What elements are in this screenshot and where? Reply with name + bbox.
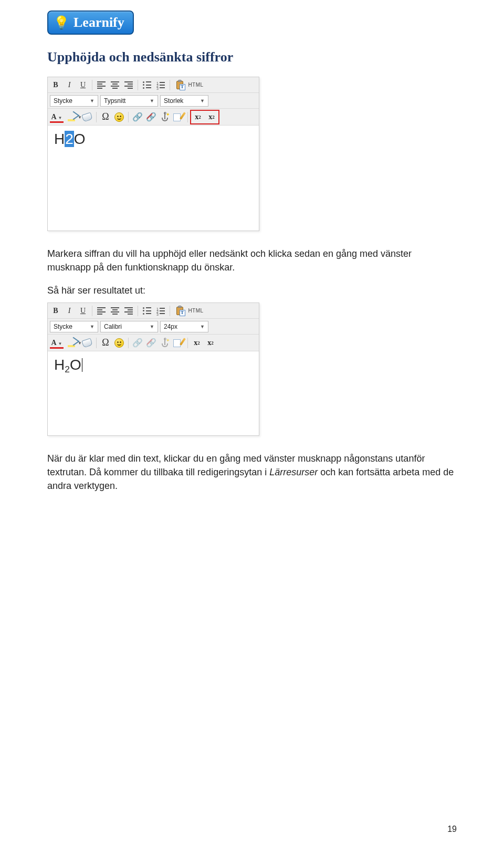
separator xyxy=(170,306,170,316)
italic-button[interactable]: I xyxy=(63,79,76,91)
font-size-select[interactable]: 24px ▼ xyxy=(160,321,208,332)
editor-content-area[interactable]: H2O xyxy=(48,126,259,231)
edit-doc-button[interactable] xyxy=(172,337,185,349)
unlink-button[interactable]: 🔗 xyxy=(145,111,158,123)
align-center-button[interactable] xyxy=(109,79,121,91)
paragraph3-emphasis: Lärresurser xyxy=(269,467,318,477)
align-left-button[interactable] xyxy=(95,79,108,91)
numbered-list-button[interactable]: 1 2 3 xyxy=(154,79,167,91)
html-button[interactable]: HTML xyxy=(188,79,203,91)
emoji-button[interactable] xyxy=(113,111,125,123)
smiley-icon xyxy=(114,112,124,122)
special-char-button[interactable]: Ω xyxy=(99,111,112,123)
paragraph-format-select[interactable]: Stycke ▼ xyxy=(50,95,98,107)
font-family-select[interactable]: Typsnitt ▼ xyxy=(100,95,158,107)
paste-icon: T xyxy=(175,306,185,316)
select-value: Calibri xyxy=(104,323,122,330)
chevron-down-icon: ▼ xyxy=(150,98,154,103)
separator xyxy=(138,306,138,316)
bold-button[interactable]: B xyxy=(49,305,62,317)
text-color-button[interactable]: A▼ xyxy=(49,337,64,349)
separator xyxy=(138,80,138,90)
select-value: Storlek xyxy=(164,97,183,105)
separator xyxy=(96,112,97,122)
highlight-button[interactable]: ▼ xyxy=(65,111,80,123)
highlight-button[interactable]: ▼ xyxy=(65,337,80,349)
editor-screenshot-after: B I U 1 2 3 xyxy=(47,303,259,436)
html-button[interactable]: HTML xyxy=(188,305,203,317)
select-value: 24px xyxy=(164,323,177,330)
underline-button[interactable]: U xyxy=(77,305,89,317)
select-value: Stycke xyxy=(54,323,72,330)
eraser-icon xyxy=(81,338,92,348)
link-button[interactable]: 🔗 xyxy=(131,111,144,123)
italic-button[interactable]: I xyxy=(63,305,76,317)
separator xyxy=(187,338,188,348)
text-cursor xyxy=(82,358,82,372)
chevron-down-icon: ▼ xyxy=(200,324,205,329)
separator xyxy=(128,112,129,122)
align-center-icon xyxy=(111,307,119,315)
chevron-down-icon: ▼ xyxy=(150,324,154,329)
font-family-select[interactable]: Calibri ▼ xyxy=(100,321,158,332)
subscript-button[interactable]: x2 xyxy=(205,111,218,123)
bold-button[interactable]: B xyxy=(49,79,62,91)
align-left-button[interactable] xyxy=(95,305,108,317)
anchor-button[interactable]: ✦ xyxy=(159,337,171,349)
eraser-icon xyxy=(81,112,92,122)
superscript-button[interactable]: x2 xyxy=(192,111,204,123)
numbered-list-icon: 1 2 3 xyxy=(156,81,165,89)
link-icon: 🔗 xyxy=(132,112,143,122)
toolbar-row-3: A▼ ▼ Ω 🔗 🔗 ✦ x2 xyxy=(48,109,259,126)
toolbar-row-1: B I U 1 2 3 xyxy=(48,303,259,319)
edit-doc-button[interactable] xyxy=(172,111,185,123)
eraser-button[interactable] xyxy=(81,337,93,349)
link-button[interactable]: 🔗 xyxy=(131,337,144,349)
highlight-icon: ▼ xyxy=(66,112,79,122)
align-left-icon xyxy=(97,81,106,89)
content-2-subscript: 2 xyxy=(65,364,70,374)
lightbulb-icon: 💡 xyxy=(54,16,69,29)
separator xyxy=(96,338,97,348)
special-char-button[interactable]: Ω xyxy=(99,337,112,349)
instruction-paragraph-2: Så här ser resultatet ut: xyxy=(47,284,457,297)
page-number: 19 xyxy=(447,825,457,834)
paste-button[interactable]: T xyxy=(173,79,187,91)
emoji-button[interactable] xyxy=(113,337,125,349)
bullet-list-button[interactable] xyxy=(141,305,153,317)
toolbar-row-2: Stycke ▼ Calibri ▼ 24px ▼ xyxy=(48,319,259,335)
link-icon: 🔗 xyxy=(132,338,143,348)
editor-content-area[interactable]: H2O xyxy=(48,351,259,435)
paragraph-format-select[interactable]: Stycke ▼ xyxy=(50,321,98,332)
separator xyxy=(92,306,92,316)
paste-button[interactable]: T xyxy=(173,305,187,317)
numbered-list-button[interactable]: 1 2 3 xyxy=(154,305,167,317)
subscript-button[interactable]: x2 xyxy=(204,337,217,349)
font-size-select[interactable]: Storlek ▼ xyxy=(160,95,208,107)
anchor-button[interactable]: ✦ xyxy=(159,111,171,123)
align-right-button[interactable] xyxy=(122,79,135,91)
text-color-button[interactable]: A▼ xyxy=(49,111,64,123)
underline-button[interactable]: U xyxy=(77,79,89,91)
content-h: H xyxy=(54,357,65,373)
chevron-down-icon: ▼ xyxy=(90,324,94,329)
unlink-button[interactable]: 🔗 xyxy=(145,337,158,349)
superscript-button[interactable]: x2 xyxy=(191,337,203,349)
align-right-button[interactable] xyxy=(122,305,135,317)
supsub-highlighted-group: x2 x2 xyxy=(190,110,219,124)
bullet-list-button[interactable] xyxy=(141,79,153,91)
numbered-list-icon: 1 2 3 xyxy=(156,307,165,315)
unlink-icon: 🔗 xyxy=(146,338,156,348)
instruction-paragraph-1: Markera siffran du vill ha upphöjd eller… xyxy=(47,247,457,274)
text-color-icon: A▼ xyxy=(51,113,62,121)
highlight-icon: ▼ xyxy=(66,338,79,348)
unlink-icon: 🔗 xyxy=(146,112,156,122)
eraser-button[interactable] xyxy=(81,111,93,123)
edit-doc-icon xyxy=(173,112,184,122)
align-center-icon xyxy=(111,81,119,89)
align-center-button[interactable] xyxy=(109,305,121,317)
content-2-selected: 2 xyxy=(65,131,74,147)
chevron-down-icon: ▼ xyxy=(200,98,205,103)
bullet-list-icon xyxy=(143,307,151,315)
instruction-paragraph-3: När du är klar med din text, klickar du … xyxy=(47,452,457,493)
